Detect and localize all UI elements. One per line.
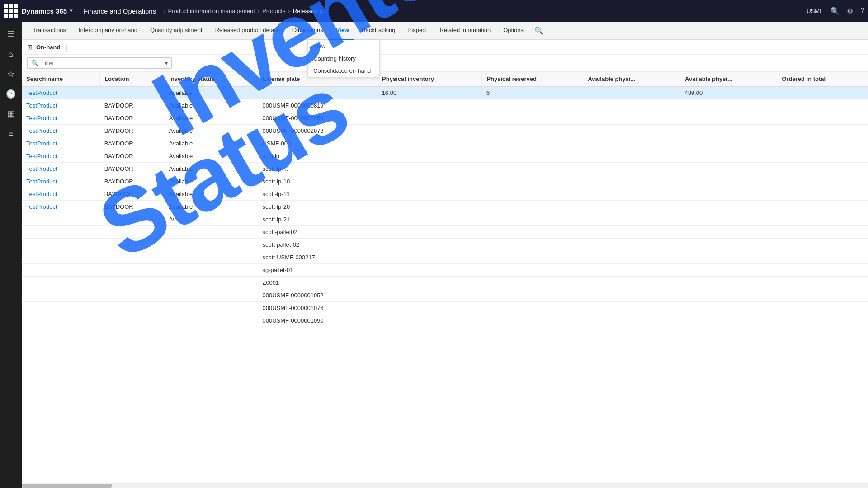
horizontal-scrollbar[interactable] [22, 483, 868, 488]
table-cell[interactable]: TestProduct [22, 188, 100, 201]
table-cell [583, 175, 680, 188]
filter-chevron-icon[interactable]: ▾ [165, 60, 168, 66]
tab-related-information[interactable]: Related information [434, 22, 496, 40]
table-cell: scott-pallet-02 [258, 239, 377, 251]
table-cell [583, 314, 680, 327]
table-cell [100, 239, 165, 251]
table-cell [583, 125, 680, 137]
apps-button[interactable] [4, 4, 18, 18]
top-bar-right: USMF 🔍 ⚙ ? [807, 7, 864, 15]
sidebar-item-modules[interactable]: ≡ [2, 125, 20, 143]
table-cell [22, 239, 100, 251]
filter-input[interactable] [41, 60, 162, 66]
table-header-row: Search name Location Inventory status Li… [22, 72, 868, 86]
filter-icon[interactable]: ⊞ [27, 43, 33, 51]
table-cell[interactable]: TestProduct [22, 137, 100, 150]
table-cell [680, 201, 777, 213]
tab-dimensions[interactable]: Dimensions [287, 22, 329, 40]
table-cell [377, 112, 482, 125]
table-cell [377, 201, 482, 213]
nav-search-icon[interactable]: 🔍 [534, 26, 543, 35]
tab-transactions[interactable]: Transactions [27, 22, 71, 40]
table-row[interactable]: TestProductBAYDOORAvailableUSMF-000... [22, 137, 868, 150]
table-cell: 000USMF-0000002059 [258, 112, 377, 125]
table-cell: Available [165, 201, 258, 213]
filter-input-container[interactable]: 🔍 ▾ [27, 57, 172, 69]
table-cell [583, 137, 680, 150]
table-row[interactable]: TestProductAvailable16.006489.00 [22, 86, 868, 99]
breadcrumb: › Product information management › Produ… [163, 8, 327, 14]
table-cell [482, 251, 583, 264]
table-row[interactable]: 000USMF-0000001076 [22, 302, 868, 314]
table-container: Search name Location Inventory status Li… [22, 72, 868, 327]
content-toolbar: ⊞ On-hand | [22, 40, 868, 55]
table-cell [100, 302, 165, 314]
table-cell: BAYDOOR [100, 201, 165, 213]
dropdown-item-counting-history[interactable]: Counting history [308, 52, 379, 65]
tab-view[interactable]: View [330, 22, 354, 40]
sidebar-item-workspaces[interactable]: ▦ [2, 105, 20, 123]
table-cell [680, 302, 777, 314]
table-cell [377, 150, 482, 163]
view-dropdown: View Counting history Consolidated on-ha… [307, 40, 380, 77]
table-cell [482, 201, 583, 213]
table-cell: 489.00 [680, 86, 777, 99]
table-cell [680, 251, 777, 264]
tab-options[interactable]: Options [498, 22, 529, 40]
table-row[interactable]: TestProductBAYDOORAvailablescott-lp-10 [22, 175, 868, 188]
table-cell[interactable]: TestProduct [22, 150, 100, 163]
table-row[interactable]: TestProductBAYDOORAvailablescott-lp-20 [22, 201, 868, 213]
table-cell [100, 251, 165, 264]
table-cell[interactable]: TestProduct [22, 175, 100, 188]
table-row[interactable]: sg-pallet-01 [22, 264, 868, 277]
table-cell[interactable]: TestProduct [22, 125, 100, 137]
table-row[interactable]: 000USMF-0000001052 [22, 289, 868, 302]
col-location: Location [100, 72, 165, 86]
search-button[interactable]: 🔍 [830, 7, 840, 15]
sidebar-item-menu[interactable]: ☰ [2, 25, 20, 43]
table-cell[interactable]: TestProduct [22, 99, 100, 112]
table-row[interactable]: TestProductBAYDOORAvailable000USMF-00000… [22, 112, 868, 125]
tab-backtracking[interactable]: Backtracking [356, 22, 401, 40]
sidebar-item-favorites[interactable]: ☆ [2, 65, 20, 83]
table-row[interactable]: TestProductBAYDOORAvailable000USMF-00000… [22, 99, 868, 112]
help-button[interactable]: ? [860, 7, 864, 15]
breadcrumb-item-1[interactable]: Product information management [168, 8, 255, 14]
table-cell [680, 239, 777, 251]
table-cell [680, 289, 777, 302]
table-row[interactable]: TestProductBAYDOORAvailablescott-lp-11 [22, 188, 868, 201]
table-row[interactable]: scott-pallet02 [22, 226, 868, 239]
table-row[interactable]: Av...scott-lp-21 [22, 213, 868, 226]
table-cell[interactable]: TestProduct [22, 163, 100, 175]
table-row[interactable]: TestProductBAYDOORAvailable000USMF-00000… [22, 125, 868, 137]
table-cell: BAYDOOR [100, 175, 165, 188]
table-row[interactable]: 000USMF-0000001090 [22, 314, 868, 327]
brand-chevron[interactable]: ▾ [70, 8, 72, 14]
table-cell [680, 125, 777, 137]
table-row[interactable]: TestProductBAYDOORAvailablescottlp [22, 150, 868, 163]
tab-quantity-adjustment[interactable]: Quantity adjustment [145, 22, 208, 40]
table-cell[interactable]: TestProduct [22, 201, 100, 213]
sidebar-item-recent[interactable]: 🕐 [2, 85, 20, 103]
table-cell[interactable]: TestProduct [22, 112, 100, 125]
dropdown-header: View [308, 40, 379, 52]
table-row[interactable]: Z0001 [22, 277, 868, 289]
table-row[interactable]: scott-pallet-02 [22, 239, 868, 251]
table-cell [583, 213, 680, 226]
dropdown-item-consolidated[interactable]: Consolidated on-hand [308, 65, 379, 77]
table-cell [482, 302, 583, 314]
table-row[interactable]: scott-USMF-000217 [22, 251, 868, 264]
table-cell [583, 302, 680, 314]
table-cell [482, 264, 583, 277]
tab-inspect[interactable]: Inspect [402, 22, 432, 40]
sidebar-item-home[interactable]: ⌂ [2, 45, 20, 63]
tab-released-product-details[interactable]: Released product details [210, 22, 285, 40]
table-cell [777, 302, 868, 314]
tab-intercompany[interactable]: Intercompany on-hand [73, 22, 143, 40]
scrollbar-thumb[interactable] [22, 484, 112, 488]
breadcrumb-item-2[interactable]: Products [262, 8, 285, 14]
table-cell [377, 163, 482, 175]
table-cell[interactable]: TestProduct [22, 86, 100, 99]
table-row[interactable]: TestProductBAYDOORAvailablescott-lp-... [22, 163, 868, 175]
settings-button[interactable]: ⚙ [847, 7, 853, 15]
